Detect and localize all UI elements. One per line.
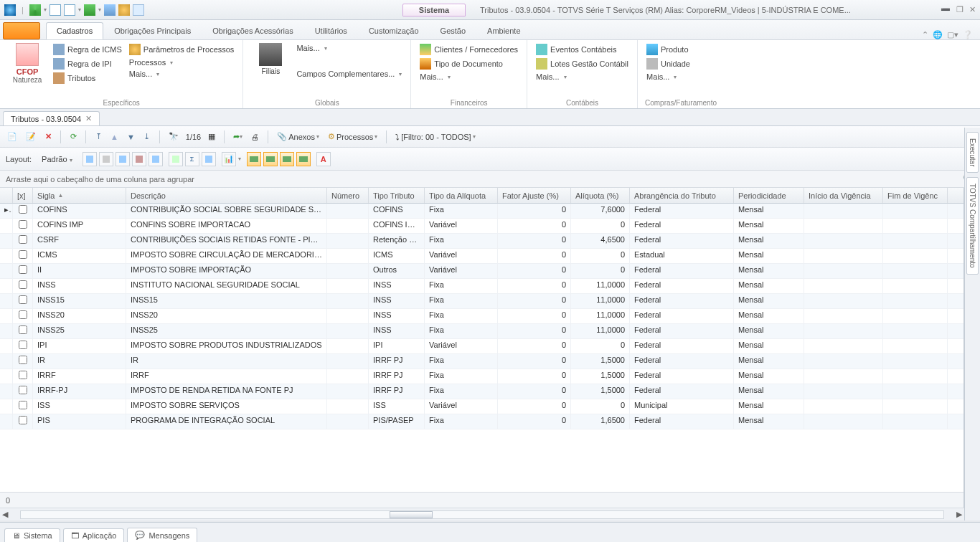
mais-contabeis-button[interactable]: Mais...▾ xyxy=(534,72,630,82)
ribbon-tab-utilitarios[interactable]: Utilitários xyxy=(304,22,358,39)
scroll-right-icon[interactable]: ▶ xyxy=(954,510,964,520)
side-executar-button[interactable]: Executar xyxy=(966,132,979,173)
col-sigla[interactable]: Sigla▲ xyxy=(33,188,126,203)
row-checkbox-cell[interactable] xyxy=(13,219,33,233)
table-row[interactable]: ICMSIMPOSTO SOBRE CIRCULAÇÃO DE MERCADOR… xyxy=(0,249,963,264)
parametros-processos-button[interactable]: Parâmetros de Processos xyxy=(128,43,236,56)
col-tipo-tributo[interactable]: Tipo Tributo xyxy=(369,188,425,203)
globe-icon[interactable]: 🌐 xyxy=(933,30,943,39)
layout-tool-3[interactable] xyxy=(116,152,130,166)
row-checkbox-cell[interactable] xyxy=(13,354,33,369)
row-checkbox-cell[interactable] xyxy=(13,234,33,248)
view-mode-3[interactable] xyxy=(280,152,294,166)
table-row[interactable]: INSS25INSS25INSSFixa011,0000FederalMensa… xyxy=(0,324,963,339)
row-checkbox-cell[interactable] xyxy=(13,309,33,323)
campos-complementares-button[interactable]: Campos Complementares...▾ xyxy=(295,69,403,79)
row-checkbox[interactable] xyxy=(19,325,27,334)
table-row[interactable]: PISPROGRAMA DE INTEGRAÇÃO SOCIALPIS/PASE… xyxy=(0,414,963,429)
scroll-left-icon[interactable]: ◀ xyxy=(0,510,10,520)
find-button[interactable]: 🔭 xyxy=(166,130,182,144)
row-checkbox[interactable] xyxy=(19,416,27,424)
row-checkbox[interactable] xyxy=(19,250,27,259)
unidade-button[interactable]: Unidade xyxy=(645,57,692,70)
col-aliquota[interactable]: Alíquota (%) xyxy=(571,188,630,203)
processos-button[interactable]: Processos▾ xyxy=(128,57,236,67)
ribbon-tab-ambiente[interactable]: Ambiente xyxy=(476,22,531,39)
mais-financeiros-button[interactable]: Mais...▾ xyxy=(418,72,519,82)
new-window-icon[interactable] xyxy=(50,4,61,16)
new-record-button[interactable]: 📄 xyxy=(4,130,20,144)
row-checkbox[interactable] xyxy=(19,386,27,394)
produto-button[interactable]: Produto xyxy=(645,43,692,56)
table-row[interactable]: ISSIMPOSTO SOBRE SERVIÇOSISSVariável00Mu… xyxy=(0,399,963,414)
doc-tab-tributos[interactable]: Tributos - 03.9.0504 ✕ xyxy=(3,111,100,125)
print-button[interactable]: 🖨 xyxy=(248,130,262,144)
row-checkbox-cell[interactable] xyxy=(13,279,33,293)
grid-body[interactable]: ▸COFINSCONTRIBUIÇÃO SOCIAL SOBRE SEGURID… xyxy=(0,204,963,492)
bottom-tab-mensagens[interactable]: 💬Mensagens xyxy=(127,528,197,542)
regra-ipi-button[interactable]: Regra de IPI xyxy=(52,57,123,70)
layout-tool-6[interactable] xyxy=(169,152,183,166)
mais-especificos-button[interactable]: Mais...▾ xyxy=(128,69,236,79)
row-checkbox-cell[interactable] xyxy=(13,339,33,353)
close-window-icon[interactable]: ✕ xyxy=(969,5,976,14)
row-checkbox[interactable] xyxy=(19,295,27,304)
view-mode-2[interactable] xyxy=(263,152,278,166)
window-layout-icon[interactable]: ▢▾ xyxy=(947,30,958,39)
table-row[interactable]: COFINS IMPCONFINS SOBRE IMPORTACAOCOFINS… xyxy=(0,219,963,234)
app-logo-icon[interactable] xyxy=(4,4,16,16)
mais-globais-button[interactable]: Mais...▾ xyxy=(295,43,403,53)
row-checkbox[interactable] xyxy=(19,280,27,289)
help-icon[interactable]: ❔ xyxy=(963,30,973,39)
layout-tool-1[interactable] xyxy=(83,152,97,166)
layout-tool-8[interactable] xyxy=(202,152,216,166)
regra-icms-button[interactable]: Regra de ICMS xyxy=(52,43,123,56)
table-row[interactable]: INSSINSTITUTO NACIONAL SEGURIDADE SOCIAL… xyxy=(0,279,963,294)
row-checkbox[interactable] xyxy=(19,310,27,319)
save-icon[interactable] xyxy=(84,4,95,16)
row-checkbox[interactable] xyxy=(19,235,27,244)
font-tool[interactable]: A xyxy=(316,152,331,166)
context-tab-sistema[interactable]: Sistema xyxy=(402,4,466,16)
table-row[interactable]: IPIIMPOSTO SOBRE PRODUTOS INDUSTRIALIZAD… xyxy=(0,339,963,354)
clientes-fornecedores-button[interactable]: Clientes / Fornecedores xyxy=(418,43,519,56)
row-checkbox-cell[interactable] xyxy=(13,414,33,429)
next-record-button[interactable]: ▼ xyxy=(124,130,138,144)
col-fim-vigencia[interactable]: Fim de Vigênc xyxy=(883,188,948,203)
row-checkbox[interactable] xyxy=(19,401,27,409)
minimize-icon[interactable]: ➖ xyxy=(941,5,951,14)
table-row[interactable]: CSRFCONTRIBUIÇÕES SOCIAIS RETIDAS FONTE … xyxy=(0,234,963,249)
row-checkbox-cell[interactable] xyxy=(13,264,33,278)
row-checkbox-cell[interactable] xyxy=(13,399,33,414)
ribbon-tab-obrigacoes-principais[interactable]: Obrigações Principais xyxy=(103,22,202,39)
scroll-thumb[interactable] xyxy=(390,511,433,518)
layout-tool-4[interactable] xyxy=(132,152,146,166)
lotes-gestao-button[interactable]: Lotes Gestão Contábil xyxy=(534,57,630,70)
table-row[interactable]: INSS15INSS15INSSFixa011,0000FederalMensa… xyxy=(0,294,963,309)
app-menu-button[interactable] xyxy=(3,22,40,39)
ribbon-tab-cadastros[interactable]: Cadastros xyxy=(46,22,103,39)
brush-icon[interactable] xyxy=(104,4,116,16)
eventos-contabeis-button[interactable]: Eventos Contábeis xyxy=(534,43,630,56)
filtro-button[interactable]: ⤵[Filtro: 00 - TODOS]▾ xyxy=(392,130,478,144)
row-checkbox-cell[interactable] xyxy=(13,249,33,263)
layout-tool-2[interactable] xyxy=(99,152,113,166)
layout-dropdown[interactable]: Padrão ▾ xyxy=(37,153,77,165)
ribbon-tab-obrigacoes-acessorias[interactable]: Obrigações Acessórias xyxy=(202,22,304,39)
view-mode-1[interactable] xyxy=(247,152,261,166)
first-record-button[interactable]: ⤒ xyxy=(92,130,105,144)
col-fator-ajuste[interactable]: Fator Ajuste (%) xyxy=(498,188,571,203)
processos-toolbar-button[interactable]: ⚙Processos▾ xyxy=(325,130,380,144)
copy-icon[interactable] xyxy=(133,4,144,16)
ribbon-tab-customizacao[interactable]: Customização xyxy=(358,22,430,39)
col-inicio-vigencia[interactable]: Início da Vigência xyxy=(804,188,883,203)
columns-button[interactable]: ▦ xyxy=(205,130,218,144)
refresh-button[interactable]: ⟳ xyxy=(67,130,80,144)
window-icon[interactable] xyxy=(64,4,75,16)
row-checkbox[interactable] xyxy=(19,265,27,274)
table-row[interactable]: ▸COFINSCONTRIBUIÇÃO SOCIAL SOBRE SEGURID… xyxy=(0,204,963,219)
view-mode-4[interactable] xyxy=(296,152,311,166)
row-checkbox-cell[interactable] xyxy=(13,369,33,384)
row-checkbox[interactable] xyxy=(19,371,27,379)
delete-record-button[interactable]: ✕ xyxy=(42,130,55,144)
